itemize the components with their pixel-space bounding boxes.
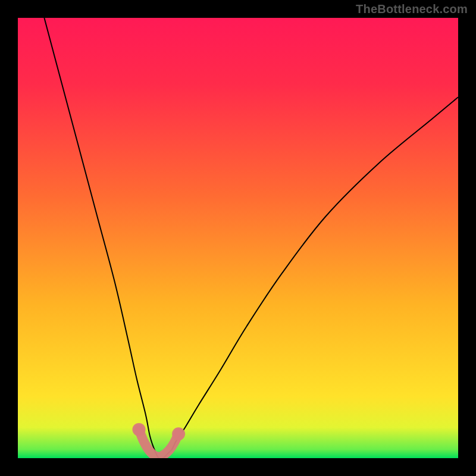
optimum-band-end-right: [172, 427, 185, 440]
gradient-background: [18, 18, 458, 458]
chart-svg: [18, 18, 458, 458]
plot-area: [18, 18, 458, 458]
watermark-label: TheBottleneck.com: [356, 2, 468, 16]
optimum-band-end-left: [133, 423, 146, 436]
chart-frame: TheBottleneck.com: [0, 0, 476, 476]
